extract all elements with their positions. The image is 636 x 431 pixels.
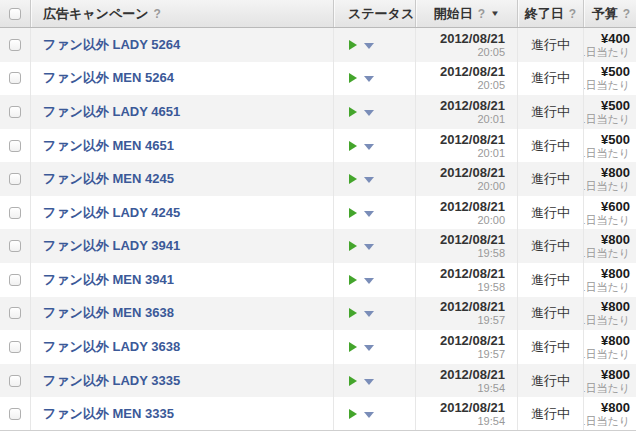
end-date-status: 進行中 — [531, 338, 570, 356]
play-icon — [349, 275, 357, 285]
campaign-link[interactable]: ファン以外 LADY 3335 — [43, 372, 180, 390]
help-icon[interactable]: ? — [478, 7, 485, 21]
status-control[interactable] — [349, 308, 374, 318]
row-checkbox[interactable] — [9, 173, 21, 185]
end-date-cell: 進行中 — [517, 297, 583, 331]
status-control[interactable] — [349, 409, 374, 419]
start-date-cell: 2012/08/21 19:57 — [415, 330, 517, 364]
help-icon[interactable]: ? — [569, 7, 576, 21]
row-checkbox[interactable] — [9, 207, 21, 219]
budget-unit: 1日当たり — [583, 46, 630, 59]
chevron-down-icon[interactable] — [364, 412, 374, 418]
start-date-value: 2012/08/21 — [440, 266, 505, 281]
status-control[interactable] — [349, 107, 374, 117]
budget-amount: ¥800 — [601, 400, 630, 415]
budget-cell: ¥400 1日当たり — [583, 28, 636, 62]
column-header-campaign[interactable]: 広告キャンペーン ? — [30, 0, 333, 27]
chevron-down-icon[interactable] — [364, 244, 374, 250]
play-icon — [349, 40, 357, 50]
start-time-value: 20:05 — [477, 46, 505, 59]
campaign-link[interactable]: ファン以外 MEN 4651 — [43, 137, 174, 155]
start-date-value: 2012/08/21 — [440, 400, 505, 415]
campaign-link[interactable]: ファン以外 MEN 3941 — [43, 271, 174, 289]
campaign-link[interactable]: ファン以外 MEN 3638 — [43, 304, 174, 322]
status-control[interactable] — [349, 376, 374, 386]
column-header-start-date[interactable]: 開始日 ? ▼ — [415, 0, 517, 27]
status-cell — [333, 28, 415, 62]
chevron-down-icon[interactable] — [364, 76, 374, 82]
row-checkbox[interactable] — [9, 72, 21, 84]
column-header-status[interactable]: ステータス ? — [333, 0, 415, 27]
budget-amount: ¥800 — [601, 232, 630, 247]
status-control[interactable] — [349, 40, 374, 50]
table-row: ファン以外 MEN 3638 2012/08/21 19:57 進行中 ¥800… — [0, 297, 636, 331]
campaign-cell: ファン以外 LADY 4651 — [30, 95, 333, 129]
status-control[interactable] — [349, 141, 374, 151]
help-icon[interactable]: ? — [623, 7, 630, 21]
budget-header-label: 予算 — [592, 5, 618, 23]
chevron-down-icon[interactable] — [364, 311, 374, 317]
start-time-value: 20:00 — [477, 214, 505, 227]
select-all-checkbox[interactable] — [9, 8, 21, 20]
end-date-status: 進行中 — [531, 36, 570, 54]
status-control[interactable] — [349, 342, 374, 352]
chevron-down-icon[interactable] — [364, 144, 374, 150]
table-header: 広告キャンペーン ? ステータス ? 開始日 ? ▼ 終了日 ? 予算 ? — [0, 0, 636, 28]
budget-unit: 1日当たり — [583, 314, 630, 327]
status-control[interactable] — [349, 275, 374, 285]
row-checkbox[interactable] — [9, 341, 21, 353]
row-checkbox[interactable] — [9, 39, 21, 51]
campaign-link[interactable]: ファン以外 LADY 3638 — [43, 338, 180, 356]
budget-cell: ¥800 1日当たり — [583, 330, 636, 364]
row-checkbox[interactable] — [9, 106, 21, 118]
campaign-link[interactable]: ファン以外 MEN 5264 — [43, 69, 174, 87]
campaign-link[interactable]: ファン以外 LADY 4651 — [43, 103, 180, 121]
help-icon[interactable]: ? — [154, 7, 161, 21]
table-row: ファン以外 LADY 3941 2012/08/21 19:58 進行中 ¥80… — [0, 229, 636, 263]
status-control[interactable] — [349, 174, 374, 184]
budget-cell: ¥800 1日当たり — [583, 229, 636, 263]
budget-amount: ¥500 — [601, 132, 630, 147]
campaign-cell: ファン以外 MEN 3941 — [30, 263, 333, 297]
campaign-link[interactable]: ファン以外 LADY 4245 — [43, 204, 180, 222]
start-date-cell: 2012/08/21 20:00 — [415, 196, 517, 230]
chevron-down-icon[interactable] — [364, 211, 374, 217]
ad-campaigns-table: 広告キャンペーン ? ステータス ? 開始日 ? ▼ 終了日 ? 予算 ? ファ… — [0, 0, 636, 431]
start-date-value: 2012/08/21 — [440, 98, 505, 113]
table-row: ファン以外 MEN 4245 2012/08/21 20:00 進行中 ¥800… — [0, 162, 636, 196]
row-select-cell — [0, 196, 30, 230]
status-control[interactable] — [349, 208, 374, 218]
start-time-value: 20:01 — [477, 113, 505, 126]
chevron-down-icon[interactable] — [364, 110, 374, 116]
row-checkbox[interactable] — [9, 408, 21, 420]
campaign-link[interactable]: ファン以外 LADY 3941 — [43, 237, 180, 255]
row-checkbox[interactable] — [9, 274, 21, 286]
row-checkbox[interactable] — [9, 307, 21, 319]
chevron-down-icon[interactable] — [364, 379, 374, 385]
row-checkbox[interactable] — [9, 140, 21, 152]
row-select-cell — [0, 364, 30, 398]
campaign-link[interactable]: ファン以外 MEN 3335 — [43, 405, 174, 423]
play-icon — [349, 342, 357, 352]
status-header-label: ステータス — [348, 5, 414, 23]
chevron-down-icon[interactable] — [364, 177, 374, 183]
chevron-down-icon[interactable] — [364, 43, 374, 49]
play-icon — [349, 409, 357, 419]
play-icon — [349, 241, 357, 251]
start-time-value: 19:57 — [477, 348, 505, 361]
status-control[interactable] — [349, 73, 374, 83]
budget-cell: ¥800 1日当たり — [583, 364, 636, 398]
chevron-down-icon[interactable] — [364, 278, 374, 284]
column-header-budget[interactable]: 予算 ? — [583, 0, 636, 27]
start-date-value: 2012/08/21 — [440, 333, 505, 348]
chevron-down-icon[interactable] — [364, 345, 374, 351]
sort-descending-icon[interactable]: ▼ — [490, 9, 500, 18]
status-control[interactable] — [349, 241, 374, 251]
row-select-cell — [0, 229, 30, 263]
campaign-link[interactable]: ファン以外 MEN 4245 — [43, 170, 174, 188]
budget-cell: ¥800 1日当たり — [583, 397, 636, 431]
column-header-end-date[interactable]: 終了日 ? — [517, 0, 583, 27]
row-checkbox[interactable] — [9, 240, 21, 252]
campaign-link[interactable]: ファン以外 LADY 5264 — [43, 36, 180, 54]
row-checkbox[interactable] — [9, 375, 21, 387]
